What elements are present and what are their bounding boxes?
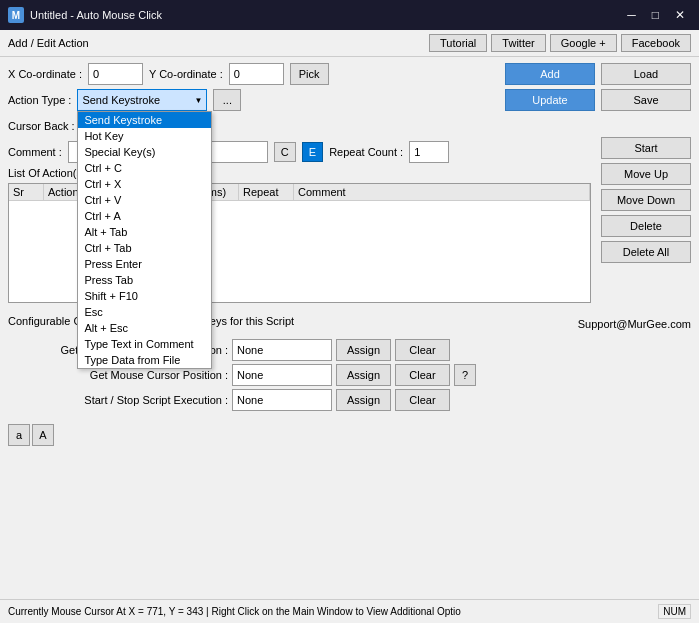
dropdown-item[interactable]: Alt + Tab xyxy=(78,224,211,240)
action-type-dropdown[interactable]: Send Keystroke ▼ Send Keystroke Hot Key … xyxy=(77,89,207,111)
dropdown-item[interactable]: Ctrl + C xyxy=(78,160,211,176)
delete-all-button[interactable]: Delete All xyxy=(601,241,691,263)
shortcut-input-3[interactable] xyxy=(232,389,332,411)
facebook-button[interactable]: Facebook xyxy=(621,34,691,52)
move-up-button[interactable]: Move Up xyxy=(601,163,691,185)
x-coord-label: X Co-ordinate : xyxy=(8,68,82,80)
shortcut-input-2[interactable] xyxy=(232,364,332,386)
coordinates-row: X Co-ordinate : Y Co-ordinate : Pick Add… xyxy=(8,63,691,85)
font-buttons: a A xyxy=(8,424,691,446)
dropdown-item[interactable]: Esc xyxy=(78,304,211,320)
start-button[interactable]: Start xyxy=(601,137,691,159)
load-button[interactable]: Load xyxy=(601,63,691,85)
font-larger-button[interactable]: A xyxy=(32,424,54,446)
col-sr: Sr xyxy=(9,184,44,200)
dropdown-item[interactable]: Special Key(s) xyxy=(78,144,211,160)
comment-label: Comment : xyxy=(8,146,62,158)
delete-button[interactable]: Delete xyxy=(601,215,691,237)
pick-button[interactable]: Pick xyxy=(290,63,329,85)
y-coord-label: Y Co-ordinate : xyxy=(149,68,223,80)
maximize-button[interactable]: □ xyxy=(646,6,665,24)
title-bar: M Untitled - Auto Mouse Click ─ □ ✕ xyxy=(0,0,699,30)
dropdown-arrow-icon: ▼ xyxy=(194,96,202,105)
c-button[interactable]: C xyxy=(274,142,296,162)
e-button[interactable]: E xyxy=(302,142,323,162)
action-type-row: Action Type : Send Keystroke ▼ Send Keys… xyxy=(8,89,691,111)
dropdown-item[interactable]: Ctrl + A xyxy=(78,208,211,224)
clear-button-2[interactable]: Clear xyxy=(395,364,450,386)
status-bar: Currently Mouse Cursor At X = 771, Y = 3… xyxy=(0,599,699,623)
minimize-button[interactable]: ─ xyxy=(621,6,642,24)
repeat-count-label: Repeat Count : xyxy=(329,146,403,158)
dropdown-item[interactable]: Type Text in Comment xyxy=(78,336,211,352)
clear-button-3[interactable]: Clear xyxy=(395,389,450,411)
repeat-count-input[interactable] xyxy=(409,141,449,163)
dropdown-item[interactable]: Ctrl + X xyxy=(78,176,211,192)
support-text: Support@MurGee.com xyxy=(578,318,691,330)
dropdown-item[interactable]: Ctrl + V xyxy=(78,192,211,208)
dropdown-item[interactable]: Send Keystroke xyxy=(78,112,211,128)
move-down-button[interactable]: Move Down xyxy=(601,189,691,211)
shortcut-row-3: Start / Stop Script Execution : Assign C… xyxy=(8,389,691,411)
font-smaller-button[interactable]: a xyxy=(8,424,30,446)
num-indicator: NUM xyxy=(658,604,691,619)
col-repeat: Repeat xyxy=(239,184,294,200)
assign-button-3[interactable]: Assign xyxy=(336,389,391,411)
dropdown-menu[interactable]: Send Keystroke Hot Key Special Key(s) Ct… xyxy=(77,111,212,369)
dropdown-item[interactable]: Type Data from File xyxy=(78,352,211,368)
cursor-back-label: Cursor Back : xyxy=(8,120,75,132)
dropdown-selected[interactable]: Send Keystroke ▼ xyxy=(77,89,207,111)
dropdown-item[interactable]: Shift + F10 xyxy=(78,288,211,304)
help-button[interactable]: ? xyxy=(454,364,476,386)
add-button[interactable]: Add xyxy=(505,63,595,85)
action-type-label: Action Type : xyxy=(8,94,71,106)
app-icon: M xyxy=(8,7,24,23)
window-title: Untitled - Auto Mouse Click xyxy=(30,9,162,21)
close-button[interactable]: ✕ xyxy=(669,6,691,24)
status-text: Currently Mouse Cursor At X = 771, Y = 3… xyxy=(8,606,461,617)
dropdown-item[interactable]: Ctrl + Tab xyxy=(78,240,211,256)
x-coord-input[interactable] xyxy=(88,63,143,85)
top-bar: Add / Edit Action Tutorial Twitter Googl… xyxy=(0,30,699,57)
assign-button-1[interactable]: Assign xyxy=(336,339,391,361)
shortcut-label-2: Get Mouse Cursor Position : xyxy=(8,369,228,381)
dropdown-item[interactable]: Press Tab xyxy=(78,272,211,288)
dots-button[interactable]: ... xyxy=(213,89,241,111)
add-edit-label: Add / Edit Action xyxy=(8,37,89,49)
twitter-button[interactable]: Twitter xyxy=(491,34,545,52)
col-comment: Comment xyxy=(294,184,590,200)
clear-button-1[interactable]: Clear xyxy=(395,339,450,361)
tutorial-button[interactable]: Tutorial xyxy=(429,34,487,52)
save-button[interactable]: Save xyxy=(601,89,691,111)
shortcut-label-3: Start / Stop Script Execution : xyxy=(8,394,228,406)
shortcut-input-1[interactable] xyxy=(232,339,332,361)
assign-button-2[interactable]: Assign xyxy=(336,364,391,386)
dropdown-item[interactable]: Press Enter xyxy=(78,256,211,272)
dropdown-item[interactable]: Hot Key xyxy=(78,128,211,144)
update-button[interactable]: Update xyxy=(505,89,595,111)
dropdown-item[interactable]: Alt + Esc xyxy=(78,320,211,336)
google-button[interactable]: Google + xyxy=(550,34,617,52)
y-coord-input[interactable] xyxy=(229,63,284,85)
